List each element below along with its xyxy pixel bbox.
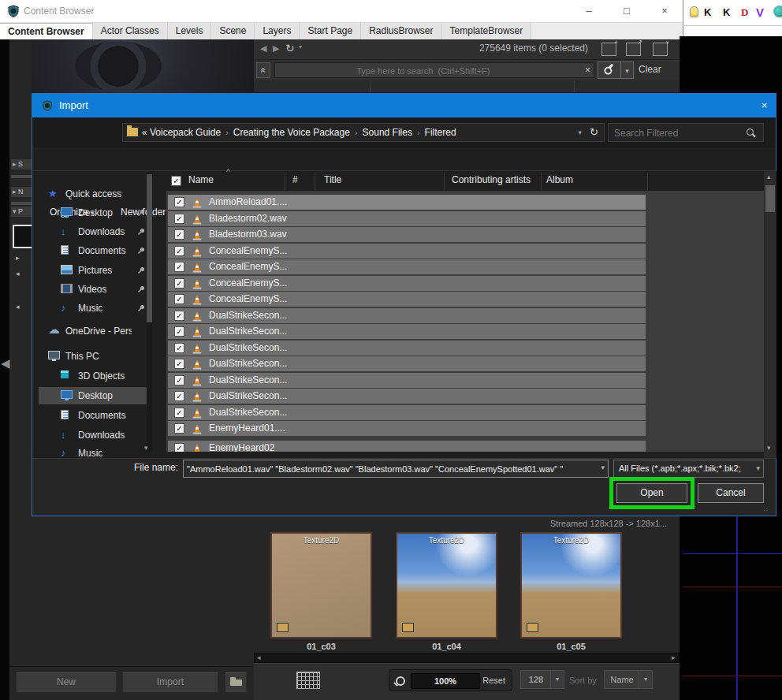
- expand-icon[interactable]: ▸: [13, 188, 17, 195]
- breadcrumb-item[interactable]: Creating the Voice Package: [233, 127, 350, 138]
- new-window-icon[interactable]: +: [601, 43, 616, 56]
- sidebar-item-downloads[interactable]: ↓Downloads: [39, 223, 149, 240]
- letter-v-icon[interactable]: V: [756, 5, 764, 20]
- sidebar-scrollbar-thumb[interactable]: [147, 174, 152, 322]
- file-name-input[interactable]: [184, 460, 589, 477]
- header-divider[interactable]: [285, 173, 285, 190]
- sidebar-item-videos[interactable]: Videos: [39, 281, 149, 298]
- column-header-album[interactable]: Album: [546, 174, 573, 185]
- tree-collapse-icon[interactable]: ◂: [16, 270, 20, 277]
- sidebar-item-pictures[interactable]: Pictures: [39, 262, 149, 279]
- file-checkbox[interactable]: ✓: [174, 343, 184, 353]
- file-row[interactable]: ✓ConcealEnemyS...: [168, 276, 646, 291]
- open-button[interactable]: Open: [616, 483, 687, 503]
- lightbulb-icon[interactable]: [690, 6, 698, 17]
- breadcrumb-dropdown-icon[interactable]: ▾: [578, 124, 582, 141]
- sidebar-item-desktop-selected[interactable]: Desktop: [39, 387, 149, 404]
- dialog-titlebar[interactable]: Import ×: [32, 94, 776, 117]
- tab-template-browser[interactable]: TemplateBrowser: [442, 23, 532, 39]
- file-row[interactable]: ✓EnemyHeard01....: [168, 421, 646, 436]
- file-row[interactable]: ✓DualStrikeSecon...: [168, 373, 646, 388]
- file-checkbox[interactable]: ✓: [174, 391, 184, 401]
- sidebar-item-onedrive[interactable]: ☁OneDrive - Persor: [39, 322, 149, 340]
- file-checkbox[interactable]: ✓: [174, 246, 184, 256]
- thumbnail-size-dropdown[interactable]: 128 ▾: [520, 670, 564, 689]
- file-checkbox[interactable]: ✓: [174, 408, 184, 418]
- clear-search-icon[interactable]: ×: [585, 63, 590, 77]
- zoom-slider[interactable]: 100%: [411, 673, 480, 689]
- refresh-dropdown-icon[interactable]: ▾: [299, 43, 302, 50]
- scroll-left-icon[interactable]: ◂: [257, 653, 261, 662]
- breadcrumb-refresh-icon[interactable]: ↻: [590, 124, 598, 141]
- file-row[interactable]: ✓DualStrikeSecon...: [168, 324, 646, 339]
- thumbnail-grid-icon[interactable]: [296, 672, 320, 689]
- file-row[interactable]: ✓DualStrikeSecon...: [168, 341, 646, 356]
- new-button[interactable]: New: [16, 672, 117, 693]
- asset-search-input[interactable]: [275, 63, 572, 79]
- texture-tile[interactable]: Texture2D: [270, 532, 372, 639]
- texture-tile[interactable]: Texture2D: [520, 532, 622, 639]
- dialog-search-input[interactable]: [609, 124, 739, 143]
- sidebar-item-desktop[interactable]: Desktop: [39, 204, 149, 222]
- file-row[interactable]: ✓Bladestorm02.wav: [168, 211, 646, 226]
- collapse-icon[interactable]: ▾: [13, 207, 17, 215]
- breadcrumb-item[interactable]: Sound Files: [363, 127, 412, 138]
- header-divider[interactable]: [444, 173, 445, 190]
- file-checkbox[interactable]: ✓: [174, 229, 184, 240]
- file-checkbox[interactable]: ✓: [174, 359, 184, 369]
- sidebar-scroll-down-icon[interactable]: ▾: [144, 444, 148, 452]
- file-checkbox[interactable]: ✓: [174, 375, 184, 385]
- horizontal-scrollbar[interactable]: [254, 653, 680, 663]
- sidebar-item-3d-objects[interactable]: 3D Objects: [39, 367, 149, 385]
- filter-dropdown-button[interactable]: ▾: [621, 61, 634, 79]
- breadcrumb-item[interactable]: Voicepack Guide: [150, 127, 221, 138]
- column-header-name[interactable]: Name: [188, 174, 214, 185]
- scroll-right-icon[interactable]: ▸: [672, 653, 676, 662]
- file-checkbox[interactable]: ✓: [174, 294, 184, 304]
- file-row[interactable]: ✓ConcealEnemyS...: [168, 259, 646, 274]
- resize-grip[interactable]: ∷: [764, 506, 772, 514]
- file-row[interactable]: ✓DualStrikeSecon...: [168, 405, 646, 420]
- history-forward-icon[interactable]: ▶: [273, 43, 279, 54]
- list-scroll-down-icon[interactable]: ▾: [767, 444, 771, 452]
- column-header-artists[interactable]: Contributing artists: [452, 174, 531, 185]
- tree-expand-icon[interactable]: ▸: [16, 254, 20, 262]
- file-checkbox[interactable]: ✓: [174, 278, 184, 289]
- file-checkbox[interactable]: ✓: [174, 311, 184, 321]
- column-header-title[interactable]: Title: [324, 174, 341, 185]
- minimize-button[interactable]: –: [575, 0, 602, 22]
- file-row[interactable]: ✓DualStrikeSecon...: [168, 356, 646, 371]
- tab-start-page[interactable]: Start Page: [300, 23, 361, 39]
- header-divider[interactable]: [541, 173, 542, 190]
- file-row[interactable]: ✓ConcealEnemyS...: [168, 244, 646, 259]
- file-checkbox[interactable]: ✓: [174, 262, 184, 272]
- file-row[interactable]: ✓ConcealEnemyS...: [168, 292, 646, 307]
- import-button[interactable]: Import: [122, 672, 218, 693]
- file-checkbox[interactable]: ✓: [174, 326, 184, 337]
- texture-tile[interactable]: Texture2D: [396, 532, 497, 639]
- breadcrumb-bar[interactable]: « Voicepack Guide›Creating the Voice Pac…: [122, 123, 605, 142]
- sidebar-item-this-pc[interactable]: This PC: [39, 348, 149, 365]
- collapse-filters-button[interactable]: «: [256, 62, 270, 78]
- list-scrollbar[interactable]: [764, 171, 776, 458]
- sidebar-item-music[interactable]: ♪Music: [39, 300, 149, 317]
- list-scrollbar-thumb[interactable]: [765, 185, 775, 212]
- globe-icon[interactable]: [773, 6, 782, 17]
- cancel-button[interactable]: Cancel: [698, 483, 764, 503]
- zoom-reset-button[interactable]: Reset: [482, 676, 505, 685]
- clear-filters-button[interactable]: Clear: [639, 64, 661, 75]
- select-all-checkbox[interactable]: ✓: [171, 176, 181, 186]
- sort-dropdown-icon[interactable]: ▾: [639, 671, 652, 688]
- refresh-icon[interactable]: ↻: [285, 42, 295, 54]
- popout-window-icon[interactable]: ↗: [626, 43, 641, 56]
- header-divider[interactable]: [647, 173, 648, 190]
- file-row[interactable]: ✓DualStrikeSecon...: [168, 308, 646, 323]
- dialog-close-button[interactable]: ×: [753, 94, 776, 117]
- file-row[interactable]: ✓EnemyHeard02: [168, 441, 646, 452]
- tab-levels[interactable]: Levels: [168, 23, 212, 39]
- file-checkbox[interactable]: ✓: [174, 423, 184, 434]
- tab-actor-classes[interactable]: Actor Classes: [93, 23, 168, 39]
- file-row[interactable]: ✓AmmoReload01....: [168, 195, 646, 210]
- maximize-button[interactable]: □: [613, 0, 640, 22]
- sidebar-item-downloads-pc[interactable]: ↓Downloads: [39, 426, 149, 444]
